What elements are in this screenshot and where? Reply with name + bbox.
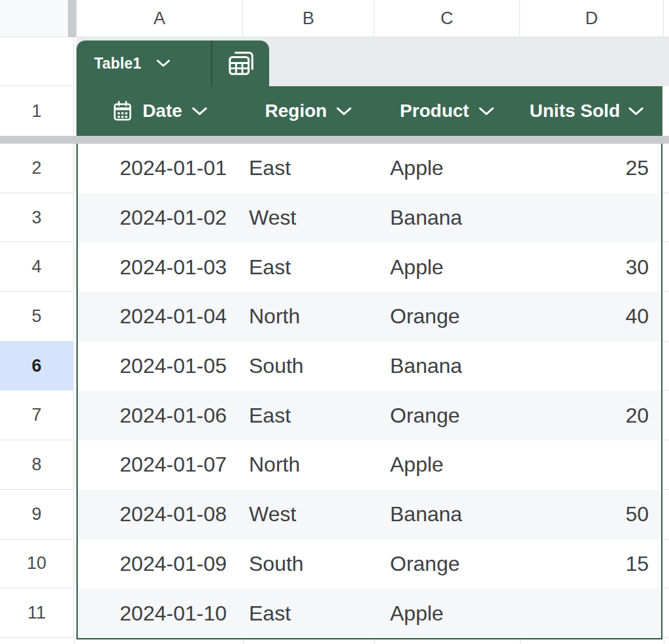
cell-units-sold[interactable]: 20 <box>520 391 661 440</box>
table-row: 7 2024-01-06 East Orange 20 <box>0 391 669 440</box>
cell-date[interactable]: 2024-01-08 <box>78 490 243 539</box>
cell-region[interactable]: East <box>243 144 374 193</box>
cell-date[interactable]: 2024-01-02 <box>78 193 243 243</box>
cell-product[interactable]: Apple <box>374 440 520 490</box>
grid-right-stub <box>662 342 669 391</box>
table-options-button[interactable] <box>212 40 269 86</box>
row-header[interactable]: 2 <box>0 144 74 193</box>
table-chip: Table1 <box>76 40 269 86</box>
cell-units-sold[interactable] <box>520 588 661 638</box>
row-header[interactable]: 4 <box>0 242 74 292</box>
row-header[interactable]: 3 <box>0 193 74 243</box>
cell-date[interactable]: 2024-01-09 <box>78 539 243 589</box>
row-header[interactable]: 8 <box>0 440 74 490</box>
cell-region[interactable]: West <box>243 193 374 243</box>
cell-units-sold[interactable] <box>520 342 661 391</box>
table-row: 8 2024-01-07 North Apple <box>0 440 669 490</box>
table-row-body: 2024-01-01 East Apple 25 <box>76 144 662 193</box>
grid-right-stub <box>662 391 669 440</box>
grid-right-stub <box>662 588 669 638</box>
column-header-D[interactable]: D <box>520 0 664 37</box>
grid-right-stub <box>662 440 669 490</box>
table-name: Table1 <box>94 55 141 72</box>
cell-region[interactable]: North <box>243 292 374 342</box>
cell-product[interactable]: Banana <box>374 193 520 243</box>
cell-date[interactable]: 2024-01-06 <box>78 391 243 440</box>
chevron-down-icon <box>156 59 171 67</box>
row-header[interactable]: 10 <box>0 539 74 589</box>
header-cell-date[interactable]: Date <box>76 86 243 136</box>
cell-region[interactable]: North <box>243 440 374 490</box>
cell-region[interactable]: East <box>243 242 374 292</box>
cell-units-sold[interactable]: 25 <box>520 144 661 193</box>
header-cell-units-sold[interactable]: Units Sold <box>520 86 662 136</box>
grid-right-stub <box>662 292 669 342</box>
table-row-body: 2024-01-07 North Apple <box>76 440 662 490</box>
cell-units-sold[interactable]: 30 <box>520 242 661 292</box>
row-header[interactable]: 7 <box>0 391 74 440</box>
cell-product[interactable]: Orange <box>374 391 520 440</box>
row-header[interactable]: 11 <box>0 588 74 638</box>
table-row: 9 2024-01-08 West Banana 50 <box>0 490 669 539</box>
cell-date[interactable]: 2024-01-10 <box>78 588 243 638</box>
table-row: 4 2024-01-03 East Apple 30 <box>0 242 669 292</box>
table-row: 6 2024-01-05 South Banana <box>0 342 669 391</box>
grid-right-stub <box>662 490 669 539</box>
cell-region[interactable]: South <box>243 342 374 391</box>
cell-units-sold[interactable] <box>520 193 661 243</box>
table-row-body: 2024-01-03 East Apple 30 <box>76 242 662 292</box>
chevron-down-icon <box>336 107 352 116</box>
column-header-B[interactable]: B <box>243 0 374 37</box>
table-row-body: 2024-01-02 West Banana <box>76 193 662 243</box>
header-cell-product[interactable]: Product <box>374 86 520 136</box>
row-header[interactable]: 9 <box>0 490 74 539</box>
table-row-body: 2024-01-06 East Orange 20 <box>76 391 662 440</box>
table-name-menu-button[interactable]: Table1 <box>76 40 211 86</box>
cell-region[interactable]: South <box>243 539 374 589</box>
cell-date[interactable]: 2024-01-05 <box>78 342 243 391</box>
grid-right-stub <box>662 539 669 589</box>
chevron-down-icon <box>191 107 208 116</box>
cell-product[interactable]: Apple <box>374 588 520 638</box>
grid-right-stub <box>662 242 669 292</box>
cell-product[interactable]: Banana <box>374 342 520 391</box>
cell-product[interactable]: Orange <box>374 292 520 342</box>
table-grid-icon <box>226 50 256 77</box>
cell-units-sold[interactable]: 40 <box>520 292 661 342</box>
cell-region[interactable]: West <box>243 490 374 539</box>
table-row: 5 2024-01-04 North Orange 40 <box>0 292 669 342</box>
cell-units-sold[interactable] <box>520 440 661 490</box>
cell-date[interactable]: 2024-01-07 <box>78 440 243 490</box>
table-row-body: 2024-01-08 West Banana 50 <box>76 490 662 539</box>
row-header[interactable]: 5 <box>0 292 74 342</box>
column-header-A[interactable]: A <box>76 0 243 37</box>
cell-product[interactable]: Orange <box>374 539 520 589</box>
row-header[interactable]: 6 <box>0 342 74 391</box>
cell-date[interactable]: 2024-01-01 <box>78 144 243 193</box>
spreadsheet-canvas: A B C D Table1 <box>0 0 669 644</box>
row-header-spacer <box>0 37 74 86</box>
frozen-row-divider[interactable] <box>0 136 669 144</box>
cell-product[interactable]: Banana <box>374 490 520 539</box>
gridline-stub <box>243 639 244 644</box>
cell-region[interactable]: East <box>243 588 374 638</box>
column-header-C[interactable]: C <box>374 0 520 37</box>
cell-product[interactable]: Apple <box>374 144 520 193</box>
header-cell-region[interactable]: Region <box>243 86 374 136</box>
cell-product[interactable]: Apple <box>374 242 520 292</box>
data-rows: 2 2024-01-01 East Apple 25 3 2024-01-02 … <box>0 144 669 638</box>
grid-right-stub <box>662 193 669 243</box>
column-header-E-partial[interactable] <box>664 0 669 37</box>
cell-date[interactable]: 2024-01-03 <box>78 242 243 292</box>
cell-region[interactable]: East <box>243 391 374 440</box>
column-header-band: A B C D <box>76 0 669 37</box>
select-all-corner[interactable] <box>0 0 68 37</box>
cell-units-sold[interactable]: 50 <box>520 490 661 539</box>
row-header-1[interactable]: 1 <box>0 86 74 136</box>
gridline-stub <box>374 639 375 644</box>
cell-units-sold[interactable]: 15 <box>520 539 661 589</box>
cell-date[interactable]: 2024-01-04 <box>78 292 243 342</box>
table-row-body: 2024-01-04 North Orange 40 <box>76 292 662 342</box>
header-label-region: Region <box>265 101 327 121</box>
table-row-body: 2024-01-10 East Apple <box>76 588 662 638</box>
